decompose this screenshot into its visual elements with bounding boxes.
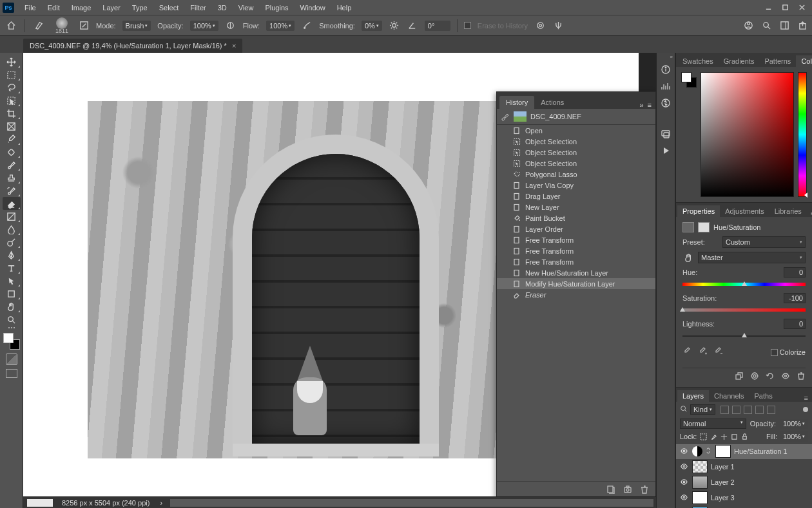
history-item[interactable]: New Layer (497, 202, 655, 212)
color-fg-swatch[interactable] (681, 72, 691, 82)
view-previous-icon[interactable] (750, 372, 759, 382)
cloud-docs-icon[interactable] (742, 20, 754, 32)
preset-select[interactable]: Custom▾ (722, 236, 806, 248)
tab-layers[interactable]: Layers (677, 390, 709, 402)
airbrush-icon[interactable] (301, 20, 313, 32)
mode-select[interactable]: Brush▾ (122, 21, 151, 31)
edit-toolbar-icon[interactable] (5, 327, 18, 329)
lock-position-icon[interactable] (720, 433, 728, 440)
hue-slider-track[interactable] (682, 283, 806, 287)
menu-select[interactable]: Select (154, 2, 184, 14)
lock-pixels-icon[interactable] (710, 433, 717, 440)
layer-name[interactable]: Layer 2 (711, 478, 808, 486)
filter-kind-select[interactable]: Kind▾ (690, 404, 715, 415)
toggle-visibility-icon[interactable] (781, 372, 790, 382)
channel-select[interactable]: Master▾ (698, 252, 806, 263)
light-value[interactable]: 0 (784, 319, 806, 329)
history-item[interactable]: Free Transform (497, 245, 655, 256)
new-snapshot-icon[interactable] (623, 485, 632, 495)
tab-gradients[interactable]: Gradients (719, 55, 760, 67)
tab-history[interactable]: History (499, 96, 534, 109)
crop-tool[interactable] (3, 107, 21, 120)
history-item[interactable]: Paint Bucket (497, 212, 655, 223)
angle-icon[interactable] (407, 20, 418, 32)
sat-slider-track[interactable] (682, 308, 806, 312)
history-item[interactable]: Object Selection (497, 158, 655, 169)
document-tab[interactable]: DSC_4009.NEF @ 19,4% (Hue/Saturation 1, … (23, 39, 242, 53)
visibility-toggle[interactable] (680, 478, 689, 487)
gradient-tool[interactable] (3, 210, 21, 223)
move-tool[interactable] (3, 55, 21, 68)
adjustment-type-icon[interactable] (682, 222, 694, 232)
tab-properties[interactable]: Properties (677, 205, 720, 217)
menu-3d[interactable]: 3D (213, 2, 232, 14)
layer-thumb[interactable] (692, 491, 708, 504)
history-item[interactable]: Eraser (497, 289, 655, 300)
eyedropper-sub-icon[interactable] (713, 347, 722, 357)
smoothing-field[interactable]: 0%▾ (362, 21, 382, 31)
window-minimize[interactable] (760, 2, 776, 14)
tab-color[interactable]: Color (796, 55, 812, 67)
quick-mask-icon[interactable] (6, 353, 17, 365)
colorize-checkbox[interactable] (771, 349, 778, 356)
filter-search-icon[interactable] (680, 405, 688, 414)
blend-mode-select[interactable]: Normal▾ (680, 419, 746, 429)
layer-name[interactable]: Hue/Saturation 1 (734, 447, 808, 455)
layer-thumb[interactable] (692, 460, 708, 473)
window-close[interactable] (794, 2, 809, 14)
pressure-size-icon[interactable] (534, 20, 546, 32)
layer-row[interactable]: Hue/Saturation 1 (676, 444, 812, 459)
targeted-adjust-icon[interactable] (682, 252, 694, 263)
color-fgbg[interactable] (681, 72, 697, 88)
mask-icon[interactable] (698, 222, 710, 232)
smoothing-options-icon[interactable] (389, 20, 400, 32)
layer-thumb[interactable] (692, 476, 708, 489)
brush-tool[interactable] (3, 158, 21, 171)
menu-edit[interactable]: Edit (43, 2, 65, 14)
visibility-toggle[interactable] (680, 462, 689, 471)
clip-to-layer-icon[interactable] (735, 372, 744, 382)
menu-window[interactable]: Window (295, 2, 331, 14)
new-doc-from-state-icon[interactable] (606, 485, 615, 495)
window-maximize[interactable] (777, 2, 793, 14)
menu-filter[interactable]: Filter (185, 2, 211, 14)
layer-row[interactable]: Layer 1 (676, 459, 812, 475)
menu-file[interactable]: File (19, 2, 41, 14)
fg-bg-swatches[interactable] (3, 333, 20, 350)
heal-tool[interactable] (3, 146, 21, 158)
status-chevron-icon[interactable]: › (155, 499, 168, 507)
screen-mode-icon[interactable] (6, 369, 17, 378)
layer-mask-thumb[interactable] (715, 445, 731, 458)
history-snapshot[interactable]: DSC_4009.NEF (497, 109, 655, 125)
filter-smart-icon[interactable] (767, 406, 775, 414)
marquee-tool[interactable] (3, 68, 21, 81)
layer-opacity-field[interactable]: 100%▾ (780, 419, 808, 429)
layer-name[interactable]: Layer 3 (711, 494, 808, 502)
history-source-icon[interactable] (501, 112, 510, 121)
eraser-tool[interactable] (3, 197, 21, 210)
menu-layer[interactable]: Layer (97, 2, 126, 14)
fg-color-swatch[interactable] (3, 333, 14, 343)
flow-field[interactable]: 100%▾ (266, 21, 295, 31)
menu-type[interactable]: Type (127, 2, 153, 14)
menu-plugins[interactable]: Plugins (260, 2, 293, 14)
tab-libraries[interactable]: Libraries (769, 205, 807, 217)
object-select-tool[interactable] (3, 94, 21, 107)
symmetry-icon[interactable] (552, 20, 564, 32)
type-tool[interactable] (3, 261, 21, 274)
h-scrollbar[interactable] (170, 499, 653, 507)
eyedropper-add-icon[interactable] (698, 347, 707, 357)
layer-row[interactable]: Layer 3 (676, 490, 812, 505)
dodge-tool[interactable] (3, 236, 21, 249)
lock-artboard-icon[interactable] (730, 433, 738, 440)
delete-state-icon[interactable] (640, 485, 649, 495)
eyedropper-tool[interactable] (3, 133, 21, 146)
brush-preview[interactable]: 1811 (52, 17, 72, 35)
lasso-tool[interactable] (3, 81, 21, 94)
history-item[interactable]: Object Selection (497, 147, 655, 158)
navigator-panel-icon[interactable] (658, 95, 673, 111)
menu-view[interactable]: View (233, 2, 259, 14)
play-panel-icon[interactable] (658, 143, 673, 158)
layer-name[interactable]: Layer 1 (711, 463, 808, 471)
properties-panel-menu-icon[interactable]: ≡ (807, 209, 812, 217)
